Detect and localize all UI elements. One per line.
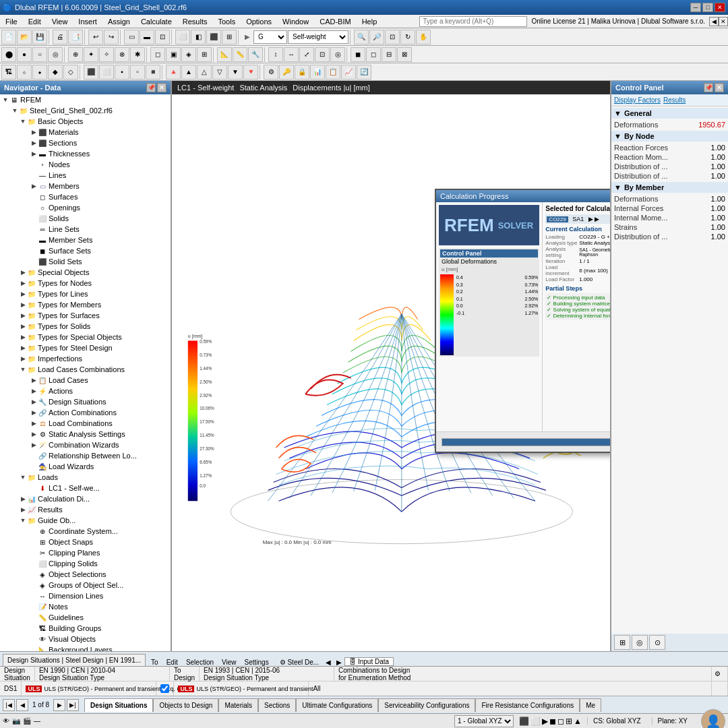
prev-page-btn[interactable]: ◀ [16,699,28,711]
tab-fire-resistance[interactable]: Fire Resistance Configurations [475,698,580,712]
t3-btn7[interactable]: ⬜ [99,65,114,80]
tree-guide-objects[interactable]: ▼ 📁 Guide Ob... [0,515,171,526]
menu-window[interactable]: Window [277,16,314,27]
panel-button[interactable]: ◀ [709,17,719,26]
select-btn[interactable]: ▭ [124,30,139,44]
t3-btn19[interactable]: 🔒 [295,65,309,80]
menu-tools[interactable]: Tools [212,16,241,27]
by-member-section-title[interactable]: ▼ By Member [611,182,728,193]
view-go-btn[interactable]: To [147,659,162,666]
tree-calc-diagrams[interactable]: ▶ 📊 Calculation Di... [0,493,171,504]
tree-nodes[interactable]: • Nodes [0,159,171,170]
t2-btn12[interactable]: ◈ [181,47,196,62]
view4-btn[interactable]: ⊞ [222,30,237,44]
tree-membersets[interactable]: ▬ Member Sets [0,235,171,245]
t2-btn11[interactable]: ▣ [166,47,181,62]
t2-btn20[interactable]: ⊡ [315,47,330,62]
coord-system-select[interactable]: 1 - Global XYZ [454,715,514,727]
t2-btn18[interactable]: ↔ [284,47,299,62]
minimize-button[interactable]: ─ [690,3,701,12]
t3-btn17[interactable]: ⚙ [264,65,278,80]
t3-btn23[interactable]: 🔄 [357,65,371,80]
t2-btn8[interactable]: ⊗ [115,47,129,62]
tree-surfacesets[interactable]: ◼ Surface Sets [0,245,171,256]
t3-btn14[interactable]: ▽ [212,65,227,80]
t3-btn12[interactable]: ▲ [181,65,196,80]
tree-special-objects[interactable]: ▶ 📁 Special Objects [0,267,171,278]
tree-load-cases-comb[interactable]: ▼ 📁 Load Cases Combinations [0,364,171,375]
select3-btn[interactable]: ⊡ [155,30,170,44]
maximize-button[interactable]: □ [702,3,713,12]
view-icon-5[interactable]: ◻ [557,717,564,726]
cp-pin[interactable]: 📌 [704,83,713,92]
t3-btn5[interactable]: ◇ [63,65,78,80]
tree-clipping-solids[interactable]: ⬜ Clipping Solids [0,558,171,569]
save-btn[interactable]: 💾 [32,30,47,44]
cp-toolbar-btn3[interactable]: ⊙ [649,635,665,650]
view-icon-2[interactable]: ⬜ [530,717,541,726]
t2-btn14[interactable]: 📐 [217,47,232,62]
menu-results[interactable]: Results [177,16,213,27]
new-btn[interactable]: 📄 [1,30,16,44]
tab-sections[interactable]: Sections [258,698,296,712]
lc-combo[interactable]: G LC1 [253,30,287,44]
tree-types-solids[interactable]: ▶ 📁 Types for Solids [0,321,171,332]
view2-btn[interactable]: ◧ [191,30,206,44]
to-design-checkbox[interactable] [160,684,169,693]
status-icon-4[interactable]: — [34,717,40,725]
last-page-btn[interactable]: ▶| [67,699,79,711]
select2-btn[interactable]: ▬ [140,30,154,44]
view-icon-6[interactable]: ⊞ [566,717,572,726]
tree-root-rfem[interactable]: ▼ 🖥 RFEM [0,94,171,105]
t2-btn21[interactable]: ◎ [330,47,345,62]
t2-btn16[interactable]: 🔧 [248,47,263,62]
t2-btn5[interactable]: ⊕ [68,47,83,62]
tree-lc1[interactable]: ⬇ LC1 - Self-we... [0,483,171,493]
view-icon-3[interactable]: ▶ [542,717,548,726]
tab-serviceability-config[interactable]: Serviceability Configurations [378,698,475,712]
t2-btn22[interactable]: ◼ [351,47,365,62]
tree-background-layers[interactable]: 📐 Background Layers [0,644,171,651]
t2-btn1[interactable]: ⬤ [1,47,16,62]
view-content[interactable]: 0.59% 0.73% 1.44% 2.50% 2.92% 10.06% 17.… [172,94,610,651]
menu-options[interactable]: Options [241,16,277,27]
tree-groups-selections[interactable]: ◈ Groups of Object Sel... [0,580,171,590]
tree-visual-objects[interactable]: 👁 Visual Objects [0,634,171,644]
view-selection-btn[interactable]: Selection [182,659,218,666]
menu-file[interactable]: File [0,16,23,27]
search-input[interactable] [419,16,527,27]
view-settings-btn[interactable]: Settings [241,659,273,666]
t3-btn15[interactable]: ▼ [228,65,243,80]
t2-btn15[interactable]: 📏 [233,47,247,62]
rfem-toggle[interactable]: ▼ [1,96,9,104]
t2-btn19[interactable]: ⤢ [299,47,314,62]
view-prev-btn[interactable]: ◀ [323,659,334,666]
view-icon-7[interactable]: ▲ [574,717,582,726]
status-icon-1[interactable]: 👁 [3,717,9,725]
first-page-btn[interactable]: |◀ [3,699,15,711]
menu-view[interactable]: View [47,16,73,27]
rotate-btn[interactable]: ↻ [400,30,415,44]
tree-surfaces[interactable]: ◻ Surfaces [0,191,171,202]
tree-guidelines[interactable]: 📏 Guidelines [0,612,171,623]
t3-btn20[interactable]: 📊 [310,65,325,80]
menu-calculate[interactable]: Calculate [135,16,177,27]
t3-btn8[interactable]: ▪ [115,65,129,80]
tree-design-situations[interactable]: ▶ 🔧 Design Situations [0,396,171,407]
display-factors-link[interactable]: Display Factors [614,96,661,104]
t3-btn11[interactable]: 🔺 [166,65,181,80]
open-btn[interactable]: 📂 [17,30,32,44]
view-edit-btn[interactable]: Edit [162,659,182,666]
t2-btn10[interactable]: ◻ [150,47,165,62]
analysis-combo[interactable]: Self-weight [288,30,348,44]
t2-btn9[interactable]: ✱ [130,47,145,62]
menu-edit[interactable]: Edit [23,16,47,27]
view-icon-4[interactable]: ◼ [549,717,556,726]
tab-materials[interactable]: Materials [218,698,258,712]
tree-coord-systems[interactable]: ⊕ Coordinate System... [0,526,171,537]
print-btn[interactable]: 🖨 [53,30,67,44]
status-icon-3[interactable]: 🎬 [23,717,31,725]
menu-help[interactable]: Help [357,16,383,27]
t2-btn7[interactable]: ✧ [99,47,114,62]
tree-lines[interactable]: — Lines [0,170,171,181]
